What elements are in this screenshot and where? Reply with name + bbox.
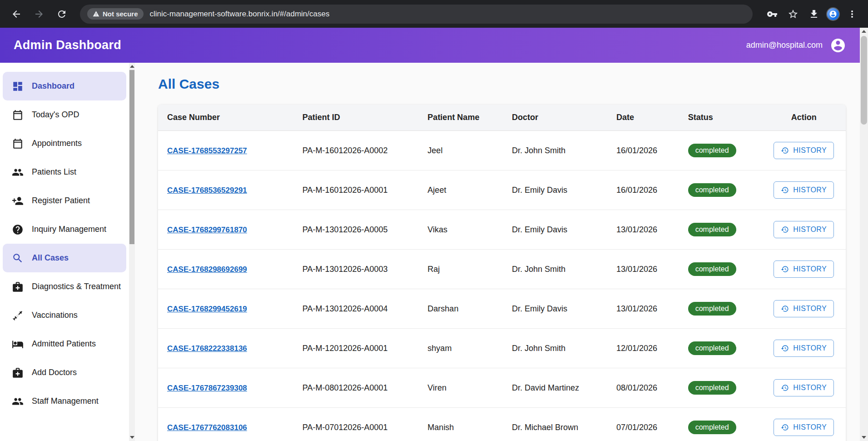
history-button-label: HISTORY xyxy=(793,146,827,155)
page-scroll-down-icon[interactable] xyxy=(860,434,868,441)
case-number-link[interactable]: CASE-1767867239308 xyxy=(167,384,247,392)
status-badge: completed xyxy=(688,341,736,355)
column-header-action: Action xyxy=(771,113,837,122)
patient-id-cell: PA-M-16012026-A0002 xyxy=(303,146,428,155)
date-cell: 13/01/2026 xyxy=(616,225,688,235)
bookmark-button[interactable] xyxy=(784,5,802,23)
case-number-link[interactable]: CASE-1768536529291 xyxy=(167,186,247,195)
column-header-date: Date xyxy=(616,113,688,122)
patient-name-cell: Manish xyxy=(427,423,512,432)
sidebar-item-diagnostics-treatment[interactable]: Diagnostics & Treatment xyxy=(3,272,126,301)
refresh-button[interactable] xyxy=(53,5,71,23)
calendar-icon xyxy=(12,138,24,150)
history-button[interactable]: HISTORY xyxy=(774,142,834,159)
date-cell: 16/01/2026 xyxy=(616,185,688,195)
date-cell: 13/01/2026 xyxy=(616,304,688,314)
patient-id-cell: PA-M-13012026-A0005 xyxy=(303,225,428,235)
patient-id-cell: PA-M-12012026-A0001 xyxy=(303,344,428,353)
column-header-doctor: Doctor xyxy=(512,113,616,122)
history-icon xyxy=(781,305,789,313)
medical-bag-icon xyxy=(12,281,24,293)
case-number-link[interactable]: CASE-1768222338136 xyxy=(167,344,247,353)
patient-name-cell: Raj xyxy=(427,265,512,274)
history-icon xyxy=(781,226,789,234)
case-number-link[interactable]: CASE-1768553297257 xyxy=(167,146,247,155)
history-button[interactable]: HISTORY xyxy=(774,419,834,436)
history-button-label: HISTORY xyxy=(793,265,827,273)
page-scrollbar-thumb[interactable] xyxy=(861,36,867,125)
person-add-icon xyxy=(12,195,24,207)
sidebar-item-dashboard[interactable]: Dashboard xyxy=(3,72,126,100)
history-button[interactable]: HISTORY xyxy=(774,340,834,357)
column-header-patient-name: Patient Name xyxy=(427,113,512,122)
password-manager-button[interactable] xyxy=(764,5,781,23)
cases-table-body: CASE-1768553297257 PA-M-16012026-A0002 J… xyxy=(158,131,846,441)
sidebar-nav: Dashboard Today's OPD Appointments Patie… xyxy=(0,63,129,441)
case-number-link[interactable]: CASE-1767762083106 xyxy=(167,423,247,432)
menu-dots-icon xyxy=(847,9,858,20)
table-row: CASE-1768553297257 PA-M-16012026-A0002 J… xyxy=(158,131,846,170)
downloads-button[interactable] xyxy=(805,5,823,23)
history-button[interactable]: HISTORY xyxy=(774,379,834,396)
sidebar-item-vaccinations[interactable]: Vaccinations xyxy=(3,301,126,330)
history-button[interactable]: HISTORY xyxy=(774,300,834,317)
case-number-link[interactable]: CASE-1768299761870 xyxy=(167,226,247,234)
sidebar-scroll-down-icon[interactable] xyxy=(129,434,135,441)
doctor-cell: Dr. John Smith xyxy=(512,344,616,353)
chrome-actions xyxy=(764,5,861,23)
table-row: CASE-1767762083106 PA-M-07012026-A0001 M… xyxy=(158,408,846,441)
sidebar-item-inquiry-management[interactable]: Inquiry Management xyxy=(3,215,126,244)
sidebar-item-appointments[interactable]: Appointments xyxy=(3,129,126,158)
date-cell: 07/01/2026 xyxy=(616,423,688,432)
history-icon xyxy=(781,384,789,392)
patient-name-cell: shyam xyxy=(427,344,512,353)
app-header: Admin Dashboard admin@hospital.com xyxy=(0,28,860,63)
table-row: CASE-1768536529291 PA-M-16012026-A0001 A… xyxy=(158,170,846,210)
sidebar-scrollbar[interactable] xyxy=(129,63,135,441)
sidebar-scroll-up-icon[interactable] xyxy=(129,63,135,70)
not-secure-chip[interactable]: Not secure xyxy=(87,8,144,20)
browser-menu-button[interactable] xyxy=(843,5,861,23)
sidebar-item-register-patient[interactable]: Register Patient xyxy=(3,186,126,215)
profile-icon xyxy=(829,10,837,18)
forward-icon xyxy=(34,9,45,20)
doctor-cell: Dr. Emily Davis xyxy=(512,185,616,195)
sidebar-item-admitted-patients[interactable]: Admitted Patients xyxy=(3,330,126,358)
cases-table-card: Case NumberPatient IDPatient NameDoctorD… xyxy=(158,105,846,441)
sidebar-item-all-cases[interactable]: All Cases xyxy=(3,244,126,272)
history-button-label: HISTORY xyxy=(793,186,827,194)
sidebar-item-today-s-opd[interactable]: Today's OPD xyxy=(3,100,126,129)
case-number-link[interactable]: CASE-1768298692699 xyxy=(167,265,247,274)
status-badge: completed xyxy=(688,144,736,157)
sidebar-item-patients-list[interactable]: Patients List xyxy=(3,158,126,186)
history-button-label: HISTORY xyxy=(793,344,827,352)
browser-chrome: Not secure clinic-management-software.bo… xyxy=(0,0,868,28)
page-scroll-up-icon[interactable] xyxy=(860,28,868,35)
history-button[interactable]: HISTORY xyxy=(774,221,834,238)
case-number-link[interactable]: CASE-1768299452619 xyxy=(167,305,247,313)
key-icon xyxy=(767,9,778,20)
url-bar[interactable]: Not secure clinic-management-software.bo… xyxy=(80,5,753,24)
page-scrollbar[interactable] xyxy=(860,28,868,441)
people-icon xyxy=(12,166,24,178)
doctor-cell: Dr. Michael Brown xyxy=(512,423,616,432)
back-button[interactable] xyxy=(7,5,25,23)
history-button[interactable]: HISTORY xyxy=(774,261,834,278)
main-content: All Cases Case NumberPatient IDPatient N… xyxy=(135,63,860,441)
table-row: CASE-1767867239308 PA-M-08012026-A0001 V… xyxy=(158,368,846,408)
user-email: admin@hospital.com xyxy=(746,40,823,50)
medical-bag-icon xyxy=(12,367,24,379)
patient-id-cell: PA-M-07012026-A0001 xyxy=(303,423,428,432)
history-button[interactable]: HISTORY xyxy=(774,181,834,199)
patient-id-cell: PA-M-16012026-A0001 xyxy=(303,185,428,195)
account-icon xyxy=(830,37,846,54)
sidebar-item-staff-management[interactable]: Staff Management xyxy=(3,387,126,416)
status-badge: completed xyxy=(688,183,736,197)
dashboard-icon xyxy=(12,80,24,92)
sidebar-scrollbar-thumb[interactable] xyxy=(129,70,134,244)
avatar[interactable] xyxy=(826,7,840,21)
doctor-cell: Dr. John Smith xyxy=(512,146,616,155)
forward-button[interactable] xyxy=(30,5,48,23)
account-button[interactable] xyxy=(830,37,846,54)
sidebar-item-add-doctors[interactable]: Add Doctors xyxy=(3,358,126,387)
